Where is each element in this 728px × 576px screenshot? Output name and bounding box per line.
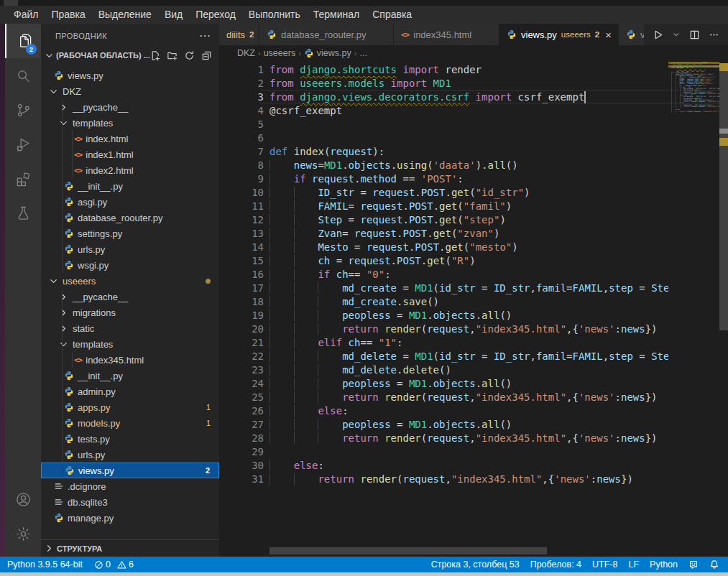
tree-item--init-py[interactable]: __init__.py — [41, 178, 219, 194]
tree-item-models-py[interactable]: models.py1 — [41, 415, 219, 431]
tree-item-static[interactable]: static — [41, 320, 219, 336]
code-line: return render(request,"index345.html",{'… — [269, 473, 668, 486]
indent-guide — [62, 336, 63, 352]
vertical-scrollbar[interactable] — [719, 61, 728, 557]
menu-item-edit[interactable]: Правка — [45, 6, 91, 24]
tree-item-label: __init__.py — [78, 371, 123, 381]
breadcrumb-item-1[interactable]: useeers — [264, 48, 295, 58]
close-icon[interactable]: × — [605, 29, 612, 41]
outline-section-header[interactable]: СТРУКТУРА — [41, 539, 219, 557]
python-file-icon — [64, 371, 74, 381]
tree-item-views-py[interactable]: views.py — [41, 68, 219, 83]
tree-item-index1-html[interactable]: <>index1.html — [41, 147, 219, 162]
tab-database-roouter[interactable]: database_roouter.py — [259, 24, 394, 45]
tree-item-manage-py[interactable]: manage.py — [41, 510, 219, 526]
status-feedback[interactable] — [688, 559, 699, 570]
status-encoding[interactable]: UTF-8 — [592, 559, 617, 570]
split-editor-icon[interactable] — [689, 29, 700, 40]
tree-item--pycache-[interactable]: __pycache__ — [41, 289, 219, 305]
activity-item-accounts[interactable] — [5, 482, 41, 516]
status-bar-left: Python 3.9.5 64-bit06 — [0, 559, 431, 570]
tree-item-templates[interactable]: templates — [41, 336, 219, 352]
activity-item-testing[interactable] — [5, 196, 41, 231]
tree-item-wsgi-py[interactable]: wsgi.py — [41, 257, 219, 273]
status-notifications[interactable] — [709, 559, 719, 570]
tree-item-tests-py[interactable]: tests.py — [41, 431, 219, 447]
status-label: Python — [650, 559, 678, 570]
menu-item-run[interactable]: Выполнить — [242, 6, 307, 24]
menu-item-file[interactable]: Файл — [7, 6, 45, 24]
tree-item-settings-py[interactable]: settings.py — [41, 226, 219, 241]
account-icon — [15, 491, 32, 508]
breadcrumb-item-2[interactable]: views.py — [304, 48, 351, 58]
tree-item-DKZ[interactable]: DKZ — [41, 83, 219, 99]
tree-item-migrations[interactable]: migrations — [41, 305, 219, 320]
tree-item-urls-py[interactable]: urls.py — [41, 447, 219, 463]
activity-item-search[interactable] — [5, 58, 41, 93]
tree-item-index2-html[interactable]: <>index2.html — [41, 162, 219, 178]
line-number: 24 — [219, 377, 264, 391]
activity-item-settings[interactable] — [5, 516, 41, 551]
status-cursor-position[interactable]: Строка 3, столбец 53 — [431, 559, 520, 570]
activity-item-extensions[interactable] — [5, 162, 41, 196]
tree-item--dcignore[interactable]: .dcignore — [41, 478, 219, 494]
status-problems[interactable]: 06 — [94, 559, 134, 570]
html-file-icon: <> — [74, 150, 82, 159]
tree-item--pycache-[interactable]: __pycache__ — [41, 99, 219, 115]
status-python-version[interactable]: Python 3.9.5 64-bit — [7, 559, 83, 570]
menu-item-selection[interactable]: Выделение — [92, 6, 158, 24]
run-dropdown-icon[interactable] — [672, 30, 681, 39]
line-number: 21 — [219, 336, 264, 350]
python-file-icon — [64, 260, 74, 270]
tab-views[interactable]: views.pyuseeers2× — [499, 24, 619, 45]
tree-item-asgi-py[interactable]: asgi.py — [41, 194, 219, 210]
tree-item-label: urls.py — [78, 244, 105, 255]
tab-index345[interactable]: <>index345.html — [394, 24, 499, 45]
indent-guide — [62, 257, 63, 273]
vertical-scrollbar-thumb[interactable] — [719, 63, 728, 330]
refresh-icon[interactable] — [184, 50, 195, 61]
run-file-icon[interactable] — [653, 29, 663, 40]
activity-bar: 2 — [5, 24, 41, 557]
collapse-all-icon[interactable] — [201, 50, 212, 61]
tree-item--init-py[interactable]: __init__.py — [41, 368, 219, 384]
tree-item-admin-py[interactable]: admin.py — [41, 384, 219, 399]
menu-item-terminal[interactable]: Терминал — [307, 6, 366, 24]
workspace-section-header[interactable]: (РАБОЧАЯ ОБЛАСТЬ) ... — [41, 47, 219, 63]
status-eol[interactable]: LF — [628, 559, 639, 570]
html-file-icon: <> — [74, 356, 82, 365]
editor-group: diiits2database_roouter.py<>index345.htm… — [219, 24, 728, 557]
minimap[interactable]: from django.shortcuts import renderfrom … — [668, 61, 719, 557]
tree-item-urls-py[interactable]: urls.py — [41, 241, 219, 257]
status-language[interactable]: Python — [650, 559, 678, 570]
menu-item-help[interactable]: Справка — [366, 6, 418, 24]
tree-item-apps-py[interactable]: apps.py1 — [41, 399, 219, 415]
breadcrumb-item-0[interactable]: DKZ — [237, 48, 255, 58]
explorer-more-button[interactable]: ⋯ — [199, 29, 211, 42]
tree-item-database-roouter-py[interactable]: database_roouter.py — [41, 210, 219, 226]
tab-diiits[interactable]: diiits2 — [219, 24, 259, 45]
new-file-icon[interactable] — [149, 50, 160, 61]
code-line: Mesto = request.POST.get("mesto") — [269, 241, 668, 254]
tree-item-templates[interactable]: templates — [41, 115, 219, 131]
tree-item-db-sqlite3[interactable]: db.sqlite3 — [41, 494, 219, 510]
horizontal-scrollbar[interactable] — [269, 547, 547, 554]
indent-guide — [62, 384, 63, 399]
tree-item-index-html[interactable]: <>index.html — [41, 131, 219, 147]
tree-item-label: .dcignore — [68, 481, 106, 492]
activity-item-explorer[interactable]: 2 — [5, 24, 41, 58]
activity-item-source-control[interactable] — [5, 93, 41, 127]
tree-item-views-py[interactable]: views.py2 — [41, 463, 219, 478]
activity-item-run-debug[interactable] — [5, 127, 41, 162]
menu-item-view[interactable]: Вид — [158, 6, 189, 24]
new-folder-icon[interactable] — [167, 50, 178, 61]
warning-icon — [117, 560, 126, 570]
menu-item-go[interactable]: Переход — [189, 6, 242, 24]
more-actions-icon[interactable] — [709, 29, 719, 40]
status-indentation[interactable]: Пробелов: 4 — [530, 559, 581, 570]
breadcrumb-item-3[interactable]: ... — [359, 48, 367, 58]
code-editor[interactable]: 1234567891011121314151617181920212223242… — [219, 61, 728, 557]
code-line: elif ch== "1": — [269, 336, 668, 350]
tree-item-index345-html[interactable]: <>index345.html — [41, 352, 219, 368]
tree-item-useeers[interactable]: useeers — [41, 273, 219, 289]
